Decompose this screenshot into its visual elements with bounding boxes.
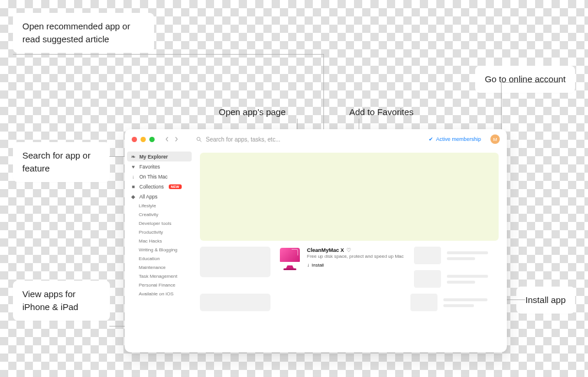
callout-ios-apps: View apps for iPhone & iPad xyxy=(13,281,110,321)
nav-buttons xyxy=(163,135,181,143)
sidebar-item-label: My Explorer xyxy=(139,154,168,160)
avatar[interactable]: M xyxy=(490,134,500,144)
app-description: Free up disk space, protect and speed up… xyxy=(307,254,404,260)
thumbnail-placeholder xyxy=(414,270,441,288)
callout-search-feature: Search for app or feature xyxy=(13,142,110,182)
featured-banner[interactable] xyxy=(200,153,499,241)
sidebar-category[interactable]: Personal Finance xyxy=(125,281,194,290)
thumbnail-placeholder xyxy=(410,294,437,311)
membership-label: Active membership xyxy=(436,136,481,142)
sidebar-category[interactable]: Productivity xyxy=(125,228,194,237)
install-button[interactable]: ↓ Install xyxy=(307,262,404,269)
thumbnail-placeholder xyxy=(414,247,441,264)
search-field[interactable]: Search for apps, tasks, etc... xyxy=(196,136,424,143)
sidebar-item-label: Collections xyxy=(139,184,164,190)
folder-icon: ■ xyxy=(131,184,136,189)
traffic-lights xyxy=(132,137,155,142)
chevron-left-icon xyxy=(165,137,169,142)
card-placeholder[interactable] xyxy=(200,247,270,277)
maximize-icon[interactable] xyxy=(149,137,155,142)
chevron-right-icon xyxy=(174,137,179,142)
list-item[interactable] xyxy=(414,270,499,288)
search-placeholder: Search for apps, tasks, etc... xyxy=(206,136,280,143)
new-badge: NEW xyxy=(169,184,182,189)
sidebar-item-favorites[interactable]: ♥ Favorites xyxy=(125,161,194,171)
close-icon[interactable] xyxy=(132,137,137,142)
titlebar: Search for apps, tasks, etc... ✔ Active … xyxy=(125,129,507,149)
forward-button[interactable] xyxy=(172,135,181,143)
connector xyxy=(13,54,323,55)
app-name: CleanMyMac X xyxy=(307,247,344,254)
app-window: Search for apps, tasks, etc... ✔ Active … xyxy=(125,129,507,352)
sidebar-item-collections[interactable]: ■ Collections NEW xyxy=(125,181,194,191)
favorite-button[interactable]: ♡ xyxy=(346,247,351,254)
install-label: Install xyxy=(312,262,324,269)
sidebar: ❧ My Explorer ♥ Favorites ↓ On This Mac … xyxy=(125,149,194,352)
sidebar-category[interactable]: Writing & Blogging xyxy=(125,245,194,254)
connector xyxy=(501,82,560,83)
card-placeholder[interactable] xyxy=(200,294,270,311)
check-icon: ✔ xyxy=(429,136,433,142)
sidebar-category[interactable]: Task Menagement xyxy=(125,272,194,281)
diamond-icon: ◆ xyxy=(131,194,136,199)
app-icon xyxy=(278,247,302,271)
callout-open-page: Open app's page xyxy=(219,107,286,117)
sidebar-category[interactable]: Maintenance xyxy=(125,263,194,272)
membership-link[interactable]: ✔ Active membership xyxy=(429,136,481,142)
callout-recommended: Open recommended app or read suggested a… xyxy=(13,13,154,53)
search-icon xyxy=(196,136,202,143)
heart-icon: ♥ xyxy=(131,164,136,169)
list-item[interactable] xyxy=(414,247,499,264)
sidebar-category[interactable]: Lifestyle xyxy=(125,201,194,210)
svg-point-0 xyxy=(197,137,201,140)
main-content: CleanMyMac X ♡ Free up disk space, prote… xyxy=(194,149,507,352)
sidebar-item-label: Favorites xyxy=(139,164,160,170)
download-icon: ↓ xyxy=(307,262,309,269)
sidebar-item-my-explorer[interactable]: ❧ My Explorer xyxy=(127,152,192,161)
back-button[interactable] xyxy=(163,135,171,143)
sidebar-item-on-this-mac[interactable]: ↓ On This Mac xyxy=(125,171,194,181)
list-item[interactable] xyxy=(410,294,499,311)
sidebar-item-label: On This Mac xyxy=(139,174,168,180)
sidebar-category-ios[interactable]: Available on iOS xyxy=(125,290,194,298)
sidebar-category[interactable]: Education xyxy=(125,254,194,263)
minimize-icon[interactable] xyxy=(141,137,146,142)
sidebar-category[interactable]: Developer tools xyxy=(125,219,194,228)
svg-line-1 xyxy=(200,140,201,141)
sidebar-item-all-apps[interactable]: ◆ All Apps xyxy=(125,191,194,201)
sidebar-category[interactable]: Creativity xyxy=(125,210,194,219)
leaf-icon: ❧ xyxy=(131,154,136,159)
sidebar-category[interactable]: Mac Hacks xyxy=(125,237,194,245)
callout-add-favorites: Add to Favorites xyxy=(349,107,413,117)
callout-online-account: Go to online account xyxy=(475,66,575,93)
sidebar-item-label: All Apps xyxy=(139,194,158,200)
download-icon: ↓ xyxy=(131,174,136,179)
app-card-cleanmymac[interactable]: CleanMyMac X ♡ Free up disk space, prote… xyxy=(278,247,407,288)
